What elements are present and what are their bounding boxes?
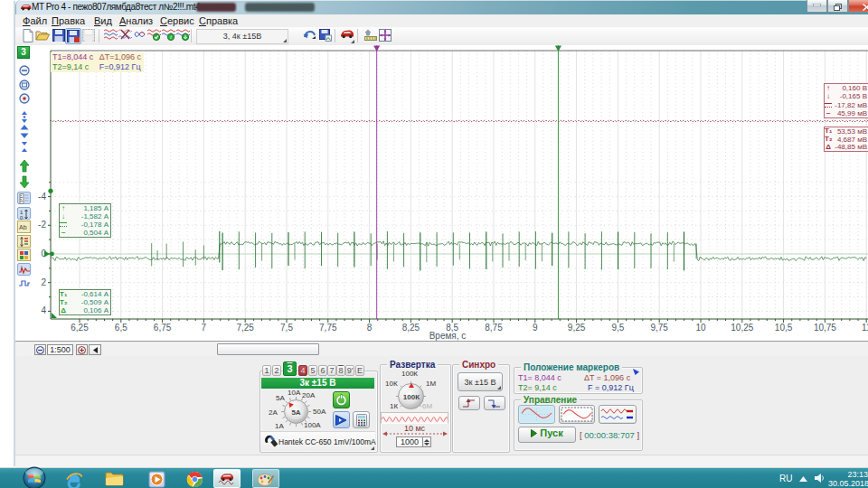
menu-help[interactable]: Справка [199,15,238,26]
tray-expand-icon[interactable] [799,476,807,482]
start-button-label: Пуск [540,427,562,438]
ch4-stats-box: ↑0,160 В ↓-0,165 В -17,82 мВ ~45,99 мВ [824,83,868,118]
sweep-rate-knob[interactable]: 100К [398,383,424,409]
marker-t1-position: T1= 8,044 с [518,373,561,382]
ch4-at-t2: 4,687 мВ [832,136,868,144]
view-mode-all-button[interactable] [599,405,637,424]
time-bracket: [ [580,430,582,440]
channel-tab-8[interactable]: 8 [336,365,345,376]
waves-export-button[interactable] [175,28,191,44]
range-quick-combo[interactable]: 3, 4к ±15В [196,29,288,44]
rms-icon: ~ [60,230,67,237]
delta-icon: Δ [60,307,67,314]
stat-row: -17,82 мВ [825,101,868,109]
volume-icon[interactable] [815,473,826,483]
stat-row: Т₂4,687 мВ [825,136,868,144]
tray-date: 30.05.2018 [828,479,868,488]
tray-clock[interactable]: 23:13 30.05.2018 [828,470,868,488]
channel-tab-e[interactable]: E [355,365,364,376]
channel-tab-7[interactable]: 7 [327,365,336,376]
restore-button[interactable] [827,0,848,13]
channel-range-header[interactable]: 3к ±15 В [261,378,374,389]
spin-up-icon[interactable] [424,439,429,442]
vehicle-database-button[interactable] [339,28,355,44]
close-button[interactable] [848,0,868,13]
export-image-button[interactable] [317,28,334,44]
dropdown-corner-icon [351,40,354,43]
t1-value-icon: Т₁ [60,291,67,298]
panel-expand-icon[interactable] [633,369,639,375]
stat-row: Т₁-0,614 А [60,290,110,298]
mean-icon [825,103,832,108]
channel-power-button[interactable] [333,391,350,408]
stat-row: ↓-1,582 А [60,212,110,221]
marker-dt: ΔT = 1,096 с [584,373,630,382]
readout-f: F=0,912 Гц [99,62,141,71]
sweep-buffer-size[interactable]: 1000 [396,436,423,447]
sync-source-selector[interactable]: 3к ±15 В [458,372,503,391]
knob-label-50a: 50А [313,408,326,416]
current-range-knob[interactable]: 5А [284,399,308,424]
menu-analysis[interactable]: Анализ [119,15,153,26]
t2-value-icon: Т₂ [60,299,67,306]
windows-taskbar: RU 23:13 30.05.2018 [0,467,868,488]
start-button[interactable] [23,466,46,488]
view-mode-single-button[interactable] [518,405,555,424]
view-mode-fragment-button[interactable] [559,405,595,424]
buffer-spinner[interactable] [423,436,431,447]
open-file-button[interactable] [34,28,51,44]
fit-view-button[interactable] [377,28,393,44]
svg-text:9,75: 9,75 [650,323,668,333]
channel-tab-5[interactable]: 5 [308,365,317,376]
svg-text:11: 11 [862,323,868,333]
ch3-stats-box: ↑1,185 А ↓-1,582 А -0,178 А ~0,504 А [59,203,111,238]
menu-bar: Файл Правка Вид Анализ Сервис Справка [15,14,868,27]
mt-pro-taskbar-button[interactable] [213,469,241,488]
calculator-button[interactable] [353,411,370,428]
ch4-delta: -48,85 мВ [832,143,868,151]
menu-view[interactable]: Вид [94,15,112,26]
scroll-left-button[interactable] [89,344,101,355]
language-indicator[interactable]: RU [779,474,792,483]
dropdown-corner-icon [283,39,287,42]
channel-tab-2[interactable]: 2 [272,365,281,376]
start-button[interactable]: Пуск [518,427,576,443]
minimize-button[interactable] [807,0,827,13]
trigger-rising-button[interactable] [458,396,480,410]
oscilloscope-plot[interactable]: 6,256,56,7577,257,57,7588,258,58,7599,25… [0,45,868,341]
time-zoom-scale: 1:500 [47,344,73,355]
undo-button[interactable] [301,28,317,44]
probe-selector[interactable]: Hantek CC-650 1mV/100mA [260,431,375,451]
internet-explorer-icon[interactable] [63,469,85,488]
zoom-in-time-button[interactable] [76,344,88,355]
save-disabled-button[interactable] [80,28,97,44]
ch4-mean: -17,82 мВ [832,101,868,109]
svg-text:4: 4 [41,305,46,315]
channel-tab-4[interactable]: 4 [298,365,307,376]
channel-tab-9[interactable]: 9' [345,365,354,376]
paint-taskbar-button[interactable] [252,469,279,488]
svg-text:6,75: 6,75 [154,323,172,333]
spin-down-icon[interactable] [424,443,429,446]
channel-tab-3-selected[interactable]: 3 [283,361,297,376]
chrome-icon[interactable] [184,469,205,488]
media-player-icon[interactable] [146,469,167,488]
mean-icon [60,222,67,227]
current-clamp-icon [263,434,278,448]
channel-tab-1[interactable]: 1 [262,365,271,376]
ch4-at-t1: 53,53 мВ [832,127,868,136]
probe-wizard-button[interactable] [333,411,350,428]
record-time-display: [ 00:00:38:707 ] [580,430,639,440]
ch4-max: 0,160 В [832,84,868,92]
save-fragment-button[interactable] [65,28,81,44]
explorer-folder-icon[interactable] [103,469,125,488]
menu-file[interactable]: Файл [23,15,47,26]
channel-tab-6[interactable]: 6 [318,365,327,376]
sweep-knob-value: 100К [403,389,419,404]
scrollbar-thumb[interactable] [217,343,319,355]
menu-edit[interactable]: Правка [52,15,85,26]
ch3-min: -1,582 А [67,212,110,221]
trigger-falling-button[interactable] [484,396,505,410]
menu-service[interactable]: Сервис [160,15,194,26]
zoom-out-time-button[interactable] [34,344,46,355]
